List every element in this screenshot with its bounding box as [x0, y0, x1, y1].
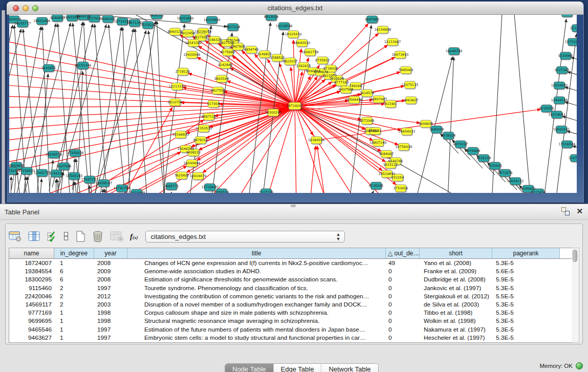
table-selector-dropdown[interactable]: citations_edges.txt▲▼: [145, 231, 345, 243]
table-row[interactable]: 1938455462009Genome-wide association stu…: [9, 267, 573, 275]
table-row[interactable]: 969969511998Structural magnetic resonanc…: [9, 317, 573, 325]
graph-node-label: 9358524: [214, 190, 229, 193]
cell-name: 9115460: [9, 284, 54, 292]
graph-node-label: 8822037: [283, 59, 297, 63]
column-header-pagerank[interactable]: pagerank: [492, 248, 560, 258]
graph-node-label: 16154808: [375, 28, 391, 32]
cell-pagerank: 5.3E-5: [492, 309, 560, 317]
graph-node-label: 9397588: [57, 164, 71, 168]
graph-node-label: 22420046: [184, 53, 201, 57]
network-canvas[interactable]: 1872400718300295896012389129541822605898…: [9, 15, 577, 193]
cell-in_degree: 1: [54, 325, 94, 334]
delete-table-disabled-icon: [110, 231, 123, 242]
graph-node-label: 18300295: [265, 111, 282, 115]
table-row[interactable]: 977716911998Corpus callosum shape and si…: [9, 309, 573, 317]
graph-node-label: 9474444: [466, 149, 480, 153]
graph-node-label: 18724007: [287, 104, 303, 108]
tab-network-table[interactable]: Network Table: [321, 364, 378, 372]
column-header-out_de[interactable]: △ out_de…: [386, 248, 420, 258]
graph-node-label: 15692931: [553, 127, 570, 132]
cell-year: 1998: [94, 317, 127, 325]
graph-node-label: 15718485: [202, 185, 219, 189]
cell-in_degree: 6: [54, 267, 94, 275]
cell-year: 2012: [94, 292, 127, 300]
cell-pagerank: 5.3E-5: [492, 317, 560, 325]
row-height-icon[interactable]: [63, 231, 69, 242]
column-header-name[interactable]: name: [9, 248, 54, 258]
desktop-background: citations_edges.txt: [0, 0, 588, 204]
graph-node-label: 16654923: [399, 129, 416, 134]
graph-node-label: 6466161: [101, 17, 115, 21]
tab-node-table[interactable]: Node Table: [225, 364, 274, 372]
graph-node-label: 19384554: [308, 138, 325, 142]
close-panel-icon[interactable]: ✕: [576, 207, 583, 215]
float-window-icon[interactable]: [561, 207, 570, 215]
dropdown-stepper-icon: ▲▼: [336, 232, 341, 242]
cell-name: 19384554: [9, 267, 54, 275]
graph-node-label: 12942737: [34, 171, 51, 175]
table-row[interactable]: 946362711997Embryonic stem cells: a mode…: [9, 334, 573, 342]
table-selector-value: citations_edges.txt: [151, 233, 206, 240]
cell-name: 9463627: [9, 334, 54, 342]
table-row[interactable]: 1872400712008Changes of HCN gene express…: [9, 259, 573, 267]
graph-node-label: 917004: [207, 102, 220, 106]
graph-node-label: 1810754: [168, 100, 182, 104]
cell-out_de: 0: [386, 292, 420, 300]
cell-pagerank: 5.3E-5: [492, 284, 560, 292]
column-header-title[interactable]: title: [127, 248, 386, 258]
graph-node-label: 1615112: [383, 163, 398, 167]
graph-node-label: 8938924: [441, 134, 455, 138]
splitter-handle[interactable]: [291, 205, 296, 207]
cell-in_degree: 1: [54, 334, 94, 342]
column-header-short[interactable]: short: [420, 248, 492, 258]
memory-status-icon[interactable]: [576, 362, 583, 369]
select-all-icon[interactable]: [47, 231, 57, 242]
graph-node-label: 1527156: [259, 190, 273, 193]
table-scrollbar[interactable]: [572, 248, 579, 343]
new-table-icon[interactable]: [76, 230, 85, 243]
graph-node-label: 2803144: [214, 77, 229, 81]
cell-name: 18724007: [9, 259, 54, 267]
graph-node-label: 16914479: [190, 174, 207, 178]
graph-node-label: 7857224: [226, 25, 240, 29]
column-visibility-icon[interactable]: [28, 231, 40, 242]
table-panel: Table Panel ✕ f(x)citations_edges.txt▲▼ …: [0, 204, 588, 372]
tab-edge-table[interactable]: Edge Table: [274, 364, 322, 372]
table-row[interactable]: 1456911722003Disruption of a novel membe…: [9, 300, 573, 309]
table-row[interactable]: 1830029562008Estimation of significance …: [9, 275, 573, 283]
graph-node-label: 20691406: [34, 19, 51, 23]
graph-node-label: 9136025: [560, 15, 574, 15]
graph-node-label: 8813054: [264, 15, 278, 19]
cell-title: Investigating the contribution of common…: [127, 292, 386, 300]
cell-out_de: 0: [386, 275, 420, 283]
cell-title: Embryonic stem cells: a model to study s…: [127, 334, 386, 342]
graph-node-label: 10756928: [396, 145, 412, 149]
graph-node-label: 8878312: [193, 138, 208, 142]
citation-network-graph[interactable]: 1872400718300295896012389129541822605898…: [9, 15, 577, 193]
function-builder-icon[interactable]: f(x): [130, 232, 138, 241]
graph-node-label: 8867110: [202, 115, 216, 119]
graph-node-label: 9699695: [419, 122, 433, 126]
graph-node-label: 8217454: [531, 190, 546, 193]
table-row[interactable]: 911546021997Tourette syndrome. Phenomeno…: [9, 284, 573, 292]
graph-node-label: 9498222: [186, 150, 201, 155]
delete-rows-icon[interactable]: [92, 230, 103, 243]
scrollbar-thumb[interactable]: [573, 250, 577, 262]
table-settings-icon[interactable]: [9, 231, 21, 242]
cell-pagerank: 5.9E-5: [492, 275, 560, 283]
graph-node-label: 9242848: [218, 63, 232, 67]
column-header-in_degree[interactable]: in_degree: [54, 248, 94, 258]
window-titlebar[interactable]: citations_edges.txt: [7, 2, 583, 15]
graph-node-label: 16782759: [114, 186, 130, 190]
cell-out_de: 0: [386, 325, 420, 334]
cell-short: Jankovic et al. (1997): [420, 284, 492, 292]
cell-in_degree: 1: [54, 317, 94, 325]
graph-node-label: 8912954: [181, 31, 195, 35]
column-header-year[interactable]: year: [94, 248, 127, 258]
table-row[interactable]: 946554611997Estimation of the future num…: [9, 325, 573, 334]
graph-node-label: 8471676: [498, 171, 512, 175]
graph-node-label: 10807487: [371, 97, 387, 101]
graph-node-label: 7485063: [399, 68, 413, 72]
table-row[interactable]: 2242004622012Investigating the contribut…: [9, 292, 573, 300]
graph-node-label: 12156823: [18, 169, 35, 173]
